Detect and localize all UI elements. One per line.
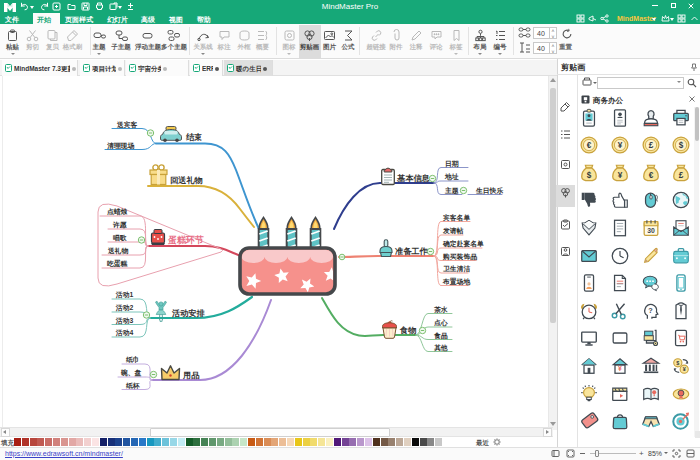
svg-text:茶水: 茶水 xyxy=(434,306,448,314)
svg-text:其他: 其他 xyxy=(434,344,448,352)
svg-text:日期: 日期 xyxy=(445,160,459,168)
svg-text:活动3: 活动3 xyxy=(115,317,134,325)
svg-text:30: 30 xyxy=(647,227,655,234)
svg-text:基本信息: 基本信息 xyxy=(396,174,431,183)
svg-text:食物: 食物 xyxy=(399,326,416,335)
svg-text:生日快乐: 生日快乐 xyxy=(475,187,503,195)
svg-text:吃蛋糕: 吃蛋糕 xyxy=(107,259,128,268)
svg-text:€: € xyxy=(587,141,592,150)
svg-text:送礼物: 送礼物 xyxy=(107,247,129,255)
svg-text:蛋糕环节: 蛋糕环节 xyxy=(167,235,204,245)
svg-text:清理现场: 清理现场 xyxy=(107,142,134,150)
svg-text:结束: 结束 xyxy=(185,132,202,142)
svg-text:¥: ¥ xyxy=(618,365,622,372)
svg-text:$: $ xyxy=(676,360,679,366)
svg-text:点蜡烛: 点蜡烛 xyxy=(107,208,128,216)
svg-text:回送礼物: 回送礼物 xyxy=(170,175,203,185)
svg-text:发请帖: 发请帖 xyxy=(442,227,464,235)
svg-text:活动2: 活动2 xyxy=(115,304,134,312)
svg-text:主题: 主题 xyxy=(444,186,459,195)
svg-text:碗、盘: 碗、盘 xyxy=(120,369,142,377)
svg-text:£: £ xyxy=(649,141,654,150)
svg-text:活动1: 活动1 xyxy=(115,291,134,299)
svg-text:纸巾: 纸巾 xyxy=(125,356,140,364)
svg-text:€: € xyxy=(649,170,654,179)
svg-text:送宾客: 送宾客 xyxy=(116,121,138,129)
svg-text:确定赴宴名单: 确定赴宴名单 xyxy=(442,240,484,248)
svg-text:购买装饰品: 购买装饰品 xyxy=(442,253,477,261)
svg-text:准备工作: 准备工作 xyxy=(395,247,429,256)
svg-text:点心: 点心 xyxy=(434,319,448,327)
svg-text:布置场地: 布置场地 xyxy=(442,277,470,286)
svg-text:?: ? xyxy=(648,306,653,315)
svg-text:$: $ xyxy=(679,141,684,150)
svg-text:¥: ¥ xyxy=(618,141,623,150)
svg-text:许愿: 许愿 xyxy=(112,221,127,229)
svg-text:用品: 用品 xyxy=(182,371,199,380)
svg-text:活动安排: 活动安排 xyxy=(171,308,206,318)
svg-text:卫生清洁: 卫生清洁 xyxy=(443,265,470,273)
svg-text:$: $ xyxy=(587,170,592,179)
svg-text:地址: 地址 xyxy=(444,173,459,181)
svg-text:¥: ¥ xyxy=(683,366,686,372)
svg-text:唱歌: 唱歌 xyxy=(113,234,127,242)
svg-text:£: £ xyxy=(679,170,684,179)
svg-text:纸杯: 纸杯 xyxy=(125,382,140,390)
svg-text:¥: ¥ xyxy=(618,170,623,179)
svg-text:活动4: 活动4 xyxy=(115,329,134,337)
svg-text:宾客名单: 宾客名单 xyxy=(442,214,470,222)
svg-text:食品: 食品 xyxy=(433,332,448,340)
